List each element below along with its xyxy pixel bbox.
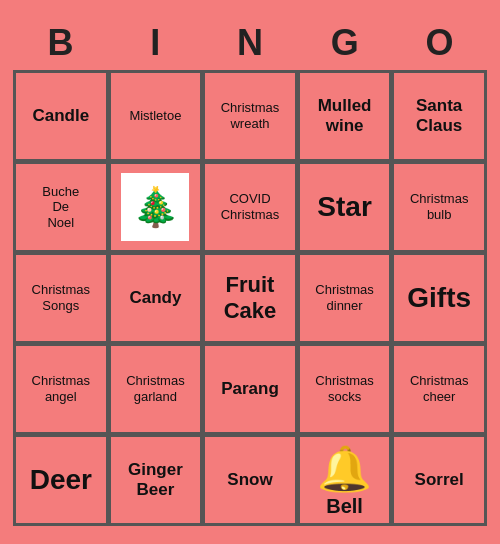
header-n: N — [203, 18, 298, 68]
cell-text-4-2: Snow — [227, 470, 272, 490]
cell-text-2-3: Christmasdinner — [315, 282, 374, 313]
cell-3-4[interactable]: Christmascheer — [393, 345, 485, 433]
header-o: O — [392, 18, 487, 68]
cell-1-1[interactable]: 🎄 — [110, 163, 202, 251]
header-b: B — [13, 18, 108, 68]
cell-text-0-4: SantaClaus — [416, 96, 462, 137]
cell-4-4[interactable]: Sorrel — [393, 436, 485, 524]
cell-text-0-2: Christmaswreath — [221, 100, 280, 131]
cell-0-2[interactable]: Christmaswreath — [204, 72, 296, 160]
cell-0-4[interactable]: SantaClaus — [393, 72, 485, 160]
cell-0-0[interactable]: Candle — [15, 72, 107, 160]
cell-2-2[interactable]: FruitCake — [204, 254, 296, 342]
cell-text-2-0: ChristmasSongs — [32, 282, 91, 313]
cell-2-4[interactable]: Gifts — [393, 254, 485, 342]
cell-2-1[interactable]: Candy — [110, 254, 202, 342]
cell-text-2-4: Gifts — [407, 281, 471, 315]
cell-text-1-3: Star — [317, 190, 371, 224]
cell-text-4-0: Deer — [30, 463, 92, 497]
cell-4-3[interactable]: 🔔 Bell — [299, 436, 391, 524]
cell-text-3-1: Christmasgarland — [126, 373, 185, 404]
cell-text-2-2: FruitCake — [224, 272, 277, 325]
header-g: G — [297, 18, 392, 68]
cell-2-0[interactable]: ChristmasSongs — [15, 254, 107, 342]
cell-text-3-0: Christmasangel — [32, 373, 91, 404]
cell-4-0[interactable]: Deer — [15, 436, 107, 524]
cell-text-4-4: Sorrel — [415, 470, 464, 490]
cell-text-4-1: GingerBeer — [128, 460, 183, 501]
cell-3-3[interactable]: Christmassocks — [299, 345, 391, 433]
cell-text-3-2: Parang — [221, 379, 279, 399]
bingo-header: B I N G O — [13, 18, 487, 68]
cell-3-0[interactable]: Christmasangel — [15, 345, 107, 433]
cell-1-0[interactable]: BucheDeNoel — [15, 163, 107, 251]
cell-4-2[interactable]: Snow — [204, 436, 296, 524]
cell-text-3-3: Christmassocks — [315, 373, 374, 404]
cell-text-0-1: Mistletoe — [129, 108, 181, 124]
cell-3-1[interactable]: Christmasgarland — [110, 345, 202, 433]
cell-0-3[interactable]: Mulledwine — [299, 72, 391, 160]
cell-text-0-0: Candle — [32, 106, 89, 126]
cell-2-3[interactable]: Christmasdinner — [299, 254, 391, 342]
cell-1-2[interactable]: COVIDChristmas — [204, 163, 296, 251]
cell-0-1[interactable]: Mistletoe — [110, 72, 202, 160]
cell-4-1[interactable]: GingerBeer — [110, 436, 202, 524]
bingo-card: B I N G O Candle Mistletoe Christmaswrea… — [5, 10, 495, 534]
cell-text-1-0: BucheDeNoel — [42, 184, 79, 231]
cell-1-4[interactable]: Christmasbulb — [393, 163, 485, 251]
cell-text-1-4: Christmasbulb — [410, 191, 469, 222]
cell-3-2[interactable]: Parang — [204, 345, 296, 433]
cell-text-3-4: Christmascheer — [410, 373, 469, 404]
cell-text-0-3: Mulledwine — [318, 96, 372, 137]
cell-text-1-2: COVIDChristmas — [221, 191, 280, 222]
christmas-tree-icon: 🎄 — [121, 173, 189, 241]
cell-text-2-1: Candy — [129, 288, 181, 308]
bell-icon: 🔔 — [317, 443, 372, 495]
bingo-grid: Candle Mistletoe Christmaswreath Mulledw… — [13, 70, 487, 526]
header-i: I — [108, 18, 203, 68]
bell-label: Bell — [326, 495, 363, 518]
cell-1-3[interactable]: Star — [299, 163, 391, 251]
